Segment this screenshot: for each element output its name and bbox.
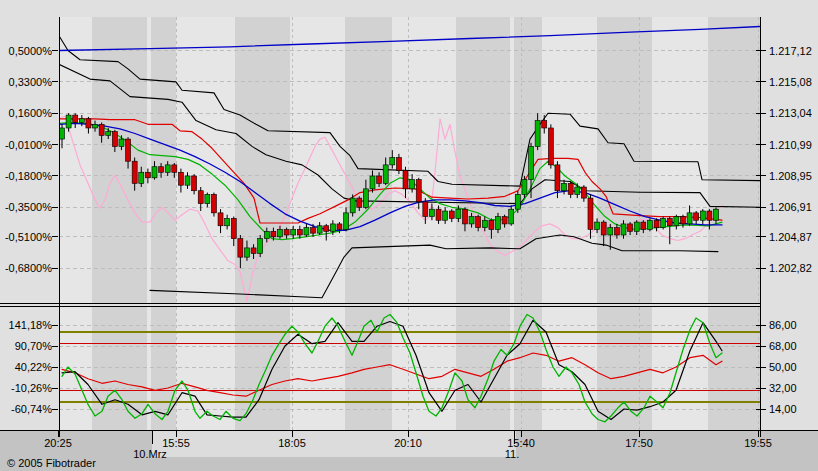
price-panel-right-axis-label: 1.217,12	[769, 45, 812, 57]
price-panel-right-axis-label: 1.206,91	[769, 201, 812, 213]
price-panel-left-axis-label: -0,6800%	[0, 262, 52, 274]
price-panel-right-axis-label: 1.202,82	[769, 262, 812, 274]
price-panel-right-axis-label: 1.208,95	[769, 170, 812, 182]
oscillator-left-axis-label: -60,74%	[0, 403, 52, 415]
price-panel-right-axis-label: 1.210,99	[769, 139, 812, 151]
oscillator-right-axis-label: 86,00	[769, 319, 797, 331]
chart-canvas[interactable]	[0, 0, 818, 471]
date-axis-label: 11.	[482, 448, 542, 460]
time-axis-label: 20:25	[28, 437, 88, 449]
price-panel-left-axis-label: -0,0100%	[0, 139, 52, 151]
oscillator-left-axis-label: 141,18%	[0, 319, 52, 331]
oscillator-right-axis-label: 14,00	[769, 403, 797, 415]
price-panel-right-axis-label: 1.204,87	[769, 231, 812, 243]
oscillator-right-axis-label: 50,00	[769, 361, 797, 373]
oscillator-left-axis-label: -10,26%	[0, 382, 52, 394]
time-axis-label: 19:55	[728, 437, 788, 449]
price-panel-right-axis-label: 1.215,08	[769, 76, 812, 88]
price-panel-left-axis-label: -0,3500%	[0, 201, 52, 213]
oscillator-left-axis-label: 40,22%	[0, 361, 52, 373]
time-axis-label: 17:50	[609, 437, 669, 449]
price-panel-right-axis-label: 1.213,04	[769, 107, 812, 119]
time-axis-label: 20:10	[378, 437, 438, 449]
oscillator-right-axis-label: 32,00	[769, 382, 797, 394]
time-axis-label: 18:05	[262, 437, 322, 449]
price-panel-left-axis-label: -0,1800%	[0, 170, 52, 182]
copyright-text: © 2005 Fibotrader	[7, 457, 96, 469]
price-panel-left-axis-label: 0,3300%	[0, 76, 52, 88]
oscillator-right-axis-label: 68,00	[769, 340, 797, 352]
price-panel-left-axis-label: 0,5000%	[0, 45, 52, 57]
date-axis-label: 10.Mrz	[120, 448, 180, 460]
price-panel-left-axis-label: 0,1600%	[0, 107, 52, 119]
fibotrader-chart-window: 0,5000%0,3300%0,1600%-0,0100%-0,1800%-0,…	[0, 0, 818, 471]
oscillator-left-axis-label: 90,70%	[0, 340, 52, 352]
price-panel-left-axis-label: -0,5100%	[0, 231, 52, 243]
